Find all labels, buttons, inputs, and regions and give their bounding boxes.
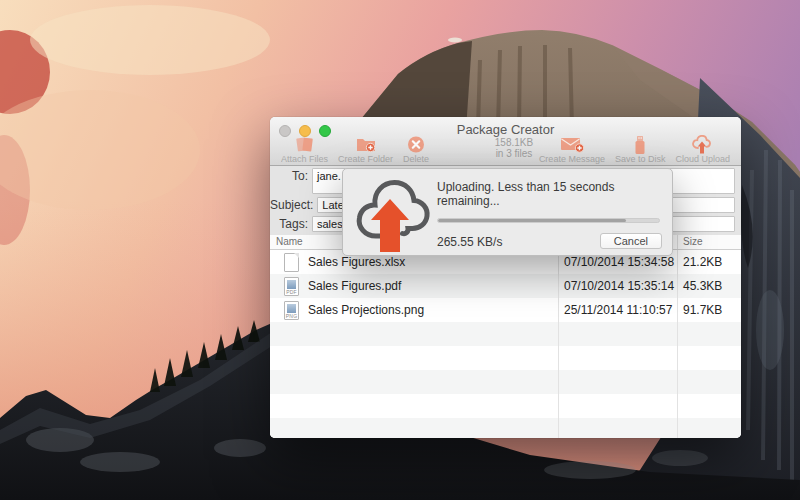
table-row-empty bbox=[270, 322, 741, 346]
file-name-cell: PDFSales Figures.pdf bbox=[270, 277, 558, 296]
file-size-cell bbox=[677, 394, 741, 418]
delete-icon bbox=[404, 135, 428, 154]
file-size-cell bbox=[677, 322, 741, 346]
upload-progress-bar bbox=[437, 218, 660, 223]
toolbar-left-group: Attach Files Create Folder Delete bbox=[276, 135, 434, 164]
cloud-upload-label: Cloud Upload bbox=[675, 154, 730, 164]
toolbar: Attach Files Create Folder Delete 158.1K… bbox=[270, 135, 741, 164]
upload-progress-fill bbox=[438, 219, 626, 222]
cancel-upload-button[interactable]: Cancel bbox=[600, 233, 662, 249]
table-row-empty bbox=[270, 418, 741, 438]
create-folder-label: Create Folder bbox=[338, 154, 393, 164]
save-to-disk-icon bbox=[628, 135, 652, 154]
attach-files-icon bbox=[293, 135, 317, 154]
create-folder-icon bbox=[354, 135, 378, 154]
png-file-icon: PNG bbox=[284, 301, 299, 320]
window-header: Package Creator Attach Files Create Fold… bbox=[270, 117, 741, 166]
file-name-text: Sales Projections.png bbox=[308, 303, 424, 317]
upload-progress-dialog: Uploading. Less than 15 seconds remainin… bbox=[342, 168, 673, 256]
table-row[interactable]: PNGSales Projections.png25/11/2014 11:10… bbox=[270, 298, 741, 322]
doc-file-icon bbox=[284, 253, 299, 272]
save-to-disk-button[interactable]: Save to Disk bbox=[615, 135, 666, 164]
create-folder-button[interactable]: Create Folder bbox=[338, 135, 393, 164]
cloud-upload-icon bbox=[353, 174, 433, 252]
file-date-cell: 07/10/2014 15:35:14 bbox=[558, 274, 677, 298]
pdf-file-icon: PDF bbox=[284, 277, 299, 296]
file-size-cell: 91.7KB bbox=[677, 298, 741, 322]
file-date-cell bbox=[558, 394, 677, 418]
save-to-disk-label: Save to Disk bbox=[615, 154, 666, 164]
desktop: Package Creator Attach Files Create Fold… bbox=[0, 0, 800, 500]
file-size-cell bbox=[677, 346, 741, 370]
file-size-cell: 21.2KB bbox=[677, 250, 741, 274]
table-row-empty bbox=[270, 346, 741, 370]
toolbar-right-group: Create Message Save to Disk Cloud Upload bbox=[534, 135, 735, 164]
file-date-cell bbox=[558, 322, 677, 346]
create-message-label: Create Message bbox=[539, 154, 605, 164]
file-date-cell: 25/11/2014 11:10:57 bbox=[558, 298, 677, 322]
cloud-upload-button[interactable]: Cloud Upload bbox=[675, 135, 730, 164]
create-message-button[interactable]: Create Message bbox=[539, 135, 605, 164]
delete-label: Delete bbox=[403, 154, 429, 164]
table-row-empty bbox=[270, 394, 741, 418]
file-size-cell: 45.3KB bbox=[677, 274, 741, 298]
file-name-text: Sales Figures.pdf bbox=[308, 279, 401, 293]
file-date-cell bbox=[558, 370, 677, 394]
toolbar-status-text: 158.1KB in 3 files bbox=[434, 137, 534, 164]
table-row-empty bbox=[270, 370, 741, 394]
package-creator-window: Package Creator Attach Files Create Fold… bbox=[270, 117, 741, 438]
column-header-size[interactable]: Size bbox=[677, 235, 741, 249]
subject-label: Subject: bbox=[270, 197, 317, 212]
file-date-cell bbox=[558, 346, 677, 370]
attach-files-button[interactable]: Attach Files bbox=[281, 135, 328, 164]
file-size-cell bbox=[677, 370, 741, 394]
table-row[interactable]: PDFSales Figures.pdf07/10/2014 15:35:144… bbox=[270, 274, 741, 298]
cloud-upload-icon bbox=[690, 135, 716, 154]
file-table-body: Sales Figures.xlsx07/10/2014 15:34:5821.… bbox=[270, 250, 741, 438]
file-date-cell bbox=[558, 418, 677, 438]
file-size-cell bbox=[677, 418, 741, 438]
tags-label: Tags: bbox=[270, 216, 312, 231]
attach-files-label: Attach Files bbox=[281, 154, 328, 164]
upload-status-text: Uploading. Less than 15 seconds remainin… bbox=[437, 180, 660, 208]
delete-button[interactable]: Delete bbox=[403, 135, 429, 164]
file-name-cell: PNGSales Projections.png bbox=[270, 301, 558, 320]
to-label: To: bbox=[270, 168, 312, 183]
file-name-text: Sales Figures.xlsx bbox=[308, 255, 405, 269]
create-message-icon bbox=[559, 135, 585, 154]
